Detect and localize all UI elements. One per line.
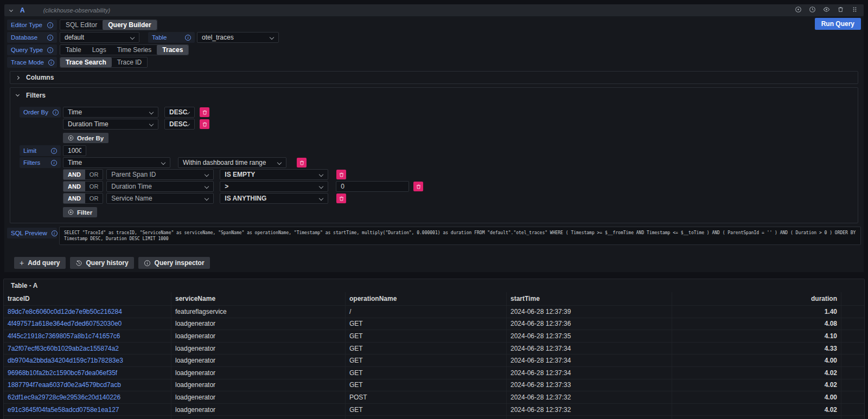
table-row: 1887794f7eaa6037d0e2a4579bcd7acbloadgene… — [4, 379, 864, 391]
cell-duration: 4.00 — [672, 354, 841, 366]
option-table[interactable]: Table — [60, 45, 87, 55]
query-history-button[interactable]: Query history — [70, 257, 134, 269]
info-circle-icon — [795, 6, 802, 15]
option-logs[interactable]: Logs — [87, 45, 112, 55]
trace-id-link[interactable]: 62df1ec9a29728c9e29536c20d140226 — [8, 394, 120, 401]
filter-field-select[interactable]: Time — [63, 157, 170, 168]
table-panel: Table - A traceIDserviceNameoperationNam… — [3, 279, 865, 419]
query-row-header[interactable]: A (clickhouse-observability) — [4, 4, 864, 16]
cell-operation-name: GET — [346, 379, 507, 391]
delete-button[interactable] — [413, 182, 423, 191]
delete-button[interactable] — [336, 194, 346, 203]
column-header-operationName[interactable]: operationName — [346, 292, 507, 305]
cell-trace-id: 4f45c21918c73698057a8b1c741657c6 — [4, 330, 171, 342]
order-by-direction-select[interactable]: DESC — [164, 119, 195, 130]
condition-operator-select-value: IS EMPTY — [225, 171, 255, 178]
condition-operator-select-value: > — [225, 183, 228, 190]
option-traces[interactable]: Traces — [157, 45, 188, 55]
column-header-startTime[interactable]: startTime — [507, 292, 672, 305]
info-circle-button[interactable] — [794, 7, 802, 14]
option-sql-editor[interactable]: SQL Editor — [60, 20, 103, 30]
delete-filter-button[interactable] — [297, 158, 307, 167]
trace-id-link[interactable]: 7a2f07ecf63c60b1029ab2ac155874a2 — [8, 345, 119, 352]
column-header-traceID[interactable]: traceID — [4, 292, 171, 305]
option-query-builder[interactable]: Query Builder — [103, 20, 156, 30]
page: A (clickhouse-observability) Run Query E… — [0, 0, 868, 419]
add-filter-button[interactable]: Filter — [63, 207, 97, 217]
trace-id-link[interactable]: db9704a2bbda34204d159c71b78283e3 — [8, 357, 123, 364]
add-order-by-button[interactable]: Order By — [63, 133, 108, 143]
query-type-group: TableLogsTime SeriesTraces — [60, 44, 189, 55]
filter-operator-select[interactable]: Within dashboard time range — [178, 157, 286, 168]
order-by-label-text: Order By — [23, 109, 48, 115]
query-inspector-button[interactable]: Query inspector — [138, 257, 210, 269]
order-by-rows: Order ByTimeDESCDuration TimeDESC — [20, 107, 852, 130]
eye-button[interactable] — [822, 7, 830, 14]
option-trace-search[interactable]: Trace Search — [60, 57, 112, 67]
condition-operator-select[interactable]: > — [220, 181, 328, 192]
delete-button[interactable] — [200, 107, 209, 117]
conjunction-or[interactable]: OR — [85, 194, 103, 203]
table-row: 7a2f07ecf63c60b1029ab2ac155874a2loadgene… — [4, 342, 864, 354]
condition-field-select[interactable]: Parent Span ID — [106, 169, 214, 180]
columns-section-header[interactable]: Columns — [10, 72, 858, 83]
cell-start-time: 2024-06-28 12:37:34 — [507, 343, 672, 354]
order-by-row: Order ByTimeDESC — [20, 107, 852, 118]
condition-field-select[interactable]: Duration Time — [106, 181, 214, 192]
conjunction-or[interactable]: OR — [85, 170, 103, 179]
conjunction-and[interactable]: AND — [63, 194, 85, 203]
eye-icon — [823, 6, 830, 15]
cell-start-time: 2024-06-28 12:37:34 — [507, 354, 672, 366]
conjunction-and[interactable]: AND — [63, 170, 85, 179]
editor-type-row: Editor Type SQL EditorQuery Builder — [7, 20, 861, 30]
cell-operation-name: GET — [346, 330, 507, 342]
table-row: 4f497571a618e364ed7ded60752030e0loadgene… — [4, 318, 864, 330]
trace-id-link[interactable]: 1887794f7eaa6037d0e2a4579bcd7acb — [8, 381, 121, 389]
database-label: Database — [7, 32, 57, 43]
table-row: 96968b10fa2b2c1590bc67dea06ef35floadgene… — [4, 366, 864, 379]
column-header-duration[interactable]: duration — [672, 292, 841, 305]
database-select[interactable]: default — [60, 32, 139, 43]
condition-operator-select[interactable]: IS EMPTY — [220, 169, 328, 180]
trash-icon — [202, 109, 208, 115]
trash-button[interactable] — [837, 7, 844, 14]
delete-button[interactable] — [336, 170, 346, 179]
add-query-button[interactable]: + Add query — [14, 257, 66, 269]
cell-duration: 4.08 — [672, 318, 841, 330]
conjunction-and[interactable]: AND — [63, 182, 85, 191]
collapse-chevron-icon[interactable] — [9, 8, 13, 11]
delete-button[interactable] — [200, 119, 209, 129]
condition-field-select[interactable]: Service Name — [106, 193, 214, 204]
cell-operation-name: GET — [346, 404, 507, 416]
option-trace-id[interactable]: Trace ID — [112, 57, 148, 67]
cell-service-name: loadgenerator — [171, 391, 346, 403]
order-by-field-select[interactable]: Duration Time — [63, 119, 158, 130]
column-header-serviceName[interactable]: serviceName — [171, 292, 346, 305]
cell-duration: 1.40 — [672, 306, 841, 318]
filter-condition-rows: ANDORParent Span IDIS EMPTYANDORDuration… — [20, 169, 852, 204]
trace-id-link[interactable]: 4f45c21918c73698057a8b1c741657c6 — [8, 332, 120, 340]
trace-id-link[interactable]: 96968b10fa2b2c1590bc67dea06ef35f — [8, 369, 117, 377]
cell-operation-name: GET — [346, 343, 507, 354]
history-button[interactable] — [808, 7, 816, 14]
option-time-series[interactable]: Time Series — [112, 45, 157, 55]
order-by-field-select[interactable]: Time — [63, 107, 158, 118]
filter-condition-row: ANDORParent Span IDIS EMPTY — [63, 169, 852, 180]
run-query-button[interactable]: Run Query — [815, 18, 861, 30]
drag-handle-button[interactable] — [851, 7, 858, 14]
cell-service-name: loadgenerator — [171, 318, 346, 330]
filters-section-header[interactable]: Filters — [10, 89, 858, 101]
filter-time-row: Filters Time Within dashboard time range — [20, 157, 852, 168]
cell-duration: 4.33 — [672, 343, 841, 354]
condition-operator-select[interactable]: IS ANYTHING — [220, 193, 328, 204]
table-row: 89dc7e8c6060c0d12de7e9b50c216284featuref… — [4, 305, 864, 318]
condition-value-input[interactable] — [336, 181, 409, 192]
conjunction-or[interactable]: OR — [85, 182, 103, 191]
table-select[interactable]: otel_traces — [197, 32, 279, 43]
trace-id-link[interactable]: 4f497571a618e364ed7ded60752030e0 — [8, 320, 122, 327]
trash-icon — [837, 6, 844, 15]
trace-id-link[interactable]: 89dc7e8c6060c0d12de7e9b50c216284 — [8, 308, 122, 315]
limit-input[interactable] — [63, 145, 86, 156]
trace-id-link[interactable]: e91c3645f04fa5e58adcd0758e1ea127 — [8, 406, 119, 414]
order-by-direction-select[interactable]: DESC — [164, 107, 195, 118]
